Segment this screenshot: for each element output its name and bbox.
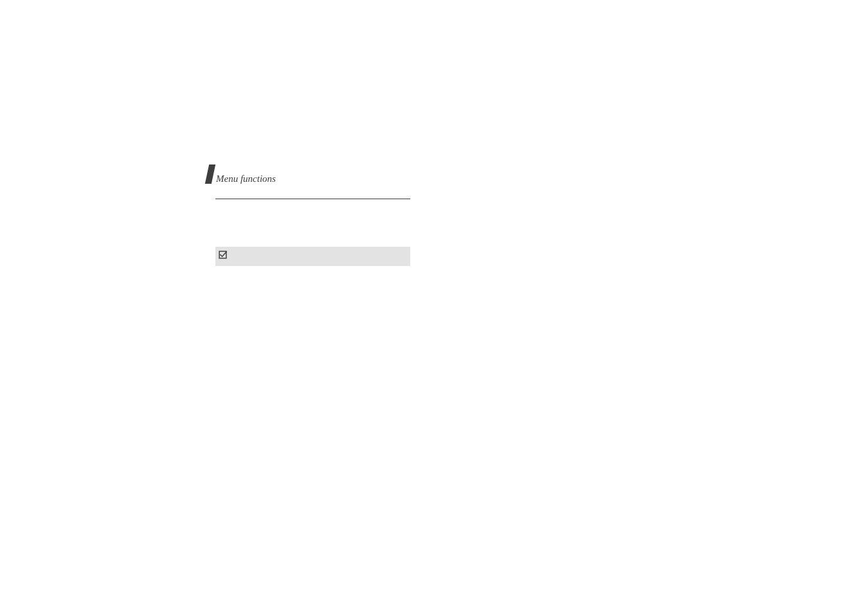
section-title: Menu functions [216, 174, 276, 184]
section-header: Menu functions [207, 164, 276, 184]
header-slash-decoration [205, 164, 215, 184]
checkbox-checked-icon [219, 251, 227, 259]
note-callout [215, 247, 410, 266]
document-page: Menu functions [0, 0, 868, 613]
horizontal-rule [215, 199, 410, 199]
